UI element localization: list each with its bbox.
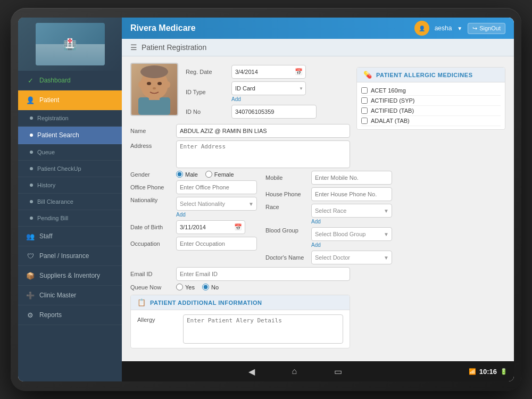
nationality-add-link[interactable]: Add — [176, 212, 257, 218]
sidebar-item-bill-clearance[interactable]: Bill Clearance — [18, 194, 122, 210]
sidebar-item-patient-checkup[interactable]: Patient CheckUp — [18, 161, 122, 177]
reg-date-row: Reg. Date 📅 — [186, 65, 350, 79]
id-type-select[interactable]: ID Card Passport — [231, 81, 306, 95]
nationality-field-group: Select Nationality ▼ Add — [176, 197, 257, 218]
chevron-down-icon: ▼ — [457, 26, 462, 31]
address-row: Address — [130, 140, 350, 168]
page-header-title: Patient Registration — [142, 43, 206, 52]
gender-female-radio[interactable] — [205, 171, 212, 178]
reg-date-input[interactable] — [231, 65, 306, 79]
content-area: Reg. Date 📅 ID Type — [122, 56, 514, 361]
sidebar-label-panel: Panel / Insurance — [39, 252, 89, 260]
office-phone-row: Office Phone — [130, 180, 257, 194]
sidebar-item-pending-bill[interactable]: Pending Bill — [18, 210, 122, 227]
occupation-input[interactable] — [176, 237, 257, 251]
medicine-checkbox-2[interactable] — [361, 97, 368, 104]
clinic-icon: ➕ — [26, 290, 35, 300]
main-content: Rivera Medicare 👤 aesha ▼ ↪ SignOut ☰ P — [122, 18, 514, 381]
back-button[interactable]: ◀ — [238, 363, 265, 380]
sidebar-item-patient[interactable]: 👤 Patient — [18, 90, 122, 110]
queue-yes-option[interactable]: Yes — [176, 284, 195, 290]
email-label: Email ID — [130, 271, 173, 277]
sidebar: ✓ Dashboard 👤 Patient Registration Patie… — [18, 18, 122, 381]
blood-group-select-wrapper: Select Blood Group A+ A- B+ B- O+ O- — [311, 227, 392, 241]
signout-button[interactable]: ↪ SignOut — [468, 23, 505, 34]
medicine-checkbox-1[interactable] — [361, 87, 368, 94]
name-input[interactable] — [176, 124, 350, 138]
address-textarea[interactable] — [176, 140, 350, 168]
sidebar-label-reports: Reports — [39, 311, 62, 319]
allergy-textarea[interactable] — [183, 314, 343, 344]
sidebar-item-clinic-master[interactable]: ➕ Clinic Master — [18, 286, 122, 305]
dob-input[interactable] — [176, 220, 245, 234]
wifi-icon: 📶 — [469, 368, 476, 375]
id-no-label: ID No — [186, 109, 228, 115]
sidebar-label-clinic: Clinic Master — [39, 292, 76, 299]
nationality-select[interactable]: Select Nationality — [176, 197, 257, 211]
email-input[interactable] — [176, 267, 350, 281]
id-no-input[interactable] — [231, 105, 317, 119]
form-section: Reg. Date 📅 ID Type — [130, 63, 350, 355]
svg-point-5 — [157, 82, 162, 85]
clinic-image — [36, 23, 105, 65]
doctor-select[interactable]: Select Doctor — [311, 251, 392, 264]
gender-female-option[interactable]: Female — [205, 171, 234, 178]
sidebar-item-panel-insurance[interactable]: 🛡 Panel / Insurance — [18, 246, 122, 266]
blood-group-label: Blood Group — [265, 227, 308, 234]
queue-no-radio[interactable] — [202, 284, 209, 290]
sidebar-item-registration[interactable]: Registration — [18, 110, 122, 127]
office-phone-label: Office Phone — [130, 184, 173, 190]
doctor-name-row: Doctor's Name Select Doctor ▼ — [265, 251, 392, 264]
signout-label: SignOut — [479, 25, 501, 31]
race-select[interactable]: Select Race — [311, 204, 392, 218]
staff-icon: 👥 — [26, 231, 35, 241]
sidebar-nav: ✓ Dashboard 👤 Patient Registration Patie… — [18, 71, 122, 381]
home-button[interactable]: ⌂ — [281, 363, 308, 379]
recent-apps-button[interactable]: ▭ — [323, 363, 353, 380]
registration-fields: Reg. Date 📅 ID Type — [186, 63, 350, 119]
id-type-row: ID Type ID Card Passport — [186, 81, 350, 102]
two-col-section: Gender Male Female — [130, 171, 350, 264]
top-header: Rivera Medicare 👤 aesha ▼ ↪ SignOut — [122, 18, 514, 39]
queue-yes-radio[interactable] — [176, 284, 183, 290]
sidebar-item-patient-search[interactable]: Patient Search — [18, 127, 122, 144]
allergic-icon: 💊 — [363, 71, 372, 79]
sidebar-item-staff[interactable]: 👥 Staff — [18, 227, 122, 246]
left-col: Gender Male Female — [130, 171, 257, 264]
office-phone-input[interactable] — [176, 180, 257, 194]
panel-icon: 🛡 — [26, 251, 35, 261]
queue-yes-label: Yes — [185, 284, 195, 290]
reg-date-wrapper: 📅 — [231, 65, 306, 79]
queue-no-option[interactable]: No — [202, 284, 219, 290]
bottom-nav-buttons: ◀ ⌂ ▭ — [122, 363, 469, 380]
additional-info-title: PATIENT ADDITIONAL INFORMATION — [150, 300, 262, 306]
dashboard-icon: ✓ — [26, 76, 35, 85]
dot-icon-4 — [30, 184, 33, 187]
battery-icon: 🔋 — [500, 368, 508, 375]
sidebar-item-suppliers[interactable]: 📦 Suppliers & Inventory — [18, 266, 122, 286]
id-type-add-link[interactable]: Add — [231, 96, 306, 102]
dot-icon-2 — [30, 151, 33, 154]
sidebar-label-patient-search: Patient Search — [37, 131, 79, 139]
gender-male-radio[interactable] — [176, 171, 183, 178]
sidebar-item-queue[interactable]: Queue — [18, 144, 122, 161]
dob-wrapper: 📅 — [176, 220, 245, 234]
sidebar-item-history[interactable]: History — [18, 177, 122, 194]
gender-male-option[interactable]: Male — [176, 171, 198, 178]
sidebar-item-dashboard[interactable]: ✓ Dashboard — [18, 71, 122, 90]
patient-icon: 👤 — [26, 95, 35, 105]
blood-group-select[interactable]: Select Blood Group A+ A- B+ B- O+ O- — [311, 227, 392, 241]
sidebar-item-reports[interactable]: ⚙ Reports — [18, 305, 122, 325]
allergic-medicines-title: PATIENT ALLERGIC MEDICINES — [376, 72, 472, 78]
user-avatar: 👤 — [414, 21, 429, 36]
allergy-row: Allergy — [137, 314, 343, 344]
dot-icon — [30, 117, 33, 120]
page-header: ☰ Patient Registration — [122, 39, 514, 56]
medicine-checkbox-4[interactable] — [361, 118, 368, 124]
medicine-checkbox-3[interactable] — [361, 107, 368, 114]
gender-male-label: Male — [185, 171, 198, 178]
sidebar-label-registration: Registration — [37, 115, 69, 121]
doctor-select-wrapper: Select Doctor ▼ — [311, 251, 392, 264]
gender-row: Gender Male Female — [130, 171, 257, 178]
additional-info-section: 📋 PATIENT ADDITIONAL INFORMATION Allergy — [130, 295, 350, 348]
